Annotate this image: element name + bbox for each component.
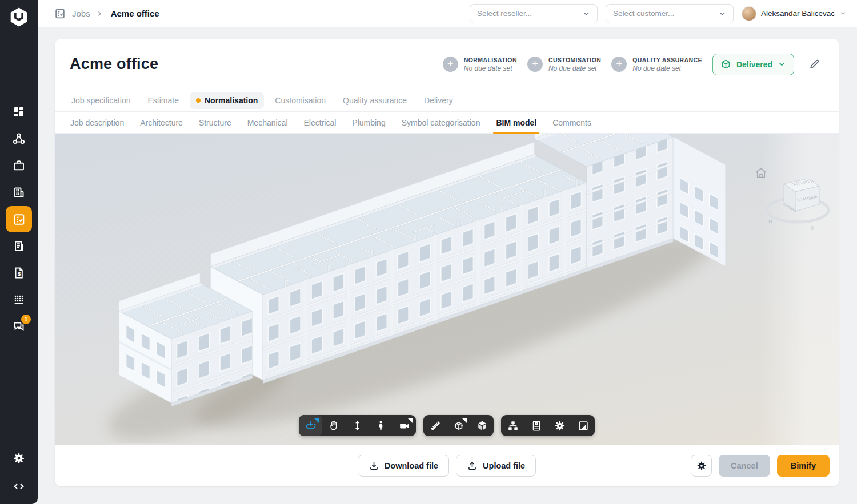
sidebar-item-developer[interactable] [6, 473, 32, 499]
sidebar: $ 1 [0, 0, 38, 504]
network-icon [12, 132, 26, 146]
sidebar-item-settings[interactable] [6, 445, 32, 471]
chevron-right-icon [96, 10, 103, 17]
subtab-mechanical[interactable]: Mechanical [242, 112, 293, 133]
bim-building-model [55, 134, 839, 443]
job-settings-button[interactable] [691, 455, 712, 477]
sidebar-item-network[interactable] [6, 126, 32, 152]
upload-icon [467, 461, 478, 471]
tab-normalisation[interactable]: Normalisation [190, 92, 264, 109]
user-menu[interactable]: Aleksandar Balicevac [742, 6, 847, 21]
svg-text:$: $ [17, 271, 21, 277]
section-tool[interactable] [447, 415, 470, 436]
upload-file-button[interactable]: Upload file [456, 455, 536, 477]
footer-actions: Cancel Bimify [536, 455, 830, 477]
gear-icon [554, 420, 566, 432]
breadcrumb-jobs[interactable]: Jobs [72, 9, 90, 18]
subtab-architecture[interactable]: Architecture [135, 112, 188, 133]
sidebar-item-dashboard[interactable] [6, 99, 32, 125]
grid-dots-icon [12, 293, 26, 307]
customer-placeholder: Select customer... [613, 9, 718, 18]
video-camera-icon [398, 420, 411, 432]
tab-customisation[interactable]: Customisation [269, 92, 332, 109]
chevron-down-icon [839, 10, 847, 17]
viewer-toolbar [299, 415, 595, 436]
milestone-customisation[interactable]: + CUSTOMISATION No due date set [527, 57, 601, 72]
cancel-button[interactable]: Cancel [719, 455, 770, 477]
orbit-icon [305, 420, 317, 432]
tab-estimate[interactable]: Estimate [142, 92, 185, 109]
download-file-button[interactable]: Download file [358, 455, 449, 477]
toolbar-panels-group [501, 415, 595, 436]
sidebar-item-messages[interactable]: 1 [6, 313, 32, 340]
dashboard-icon [12, 105, 26, 119]
customer-select[interactable]: Select customer... [606, 4, 734, 23]
milestone-label: NORMALISATION [464, 57, 517, 63]
subtab-electrical[interactable]: Electrical [299, 112, 342, 133]
measure-tool[interactable] [423, 415, 447, 436]
job-checklist-icon [12, 212, 26, 227]
sidebar-item-company[interactable] [6, 179, 32, 205]
jobs-checklist-icon [54, 7, 66, 20]
milestone-due: No due date set [548, 64, 601, 72]
chevron-down-icon [718, 10, 726, 18]
breadcrumb-current: Acme office [111, 9, 159, 18]
add-due-date-icon[interactable]: + [527, 57, 543, 72]
reseller-placeholder: Select reseller... [477, 9, 582, 18]
milestone-label: QUALITY ASSURANCE [632, 57, 702, 63]
orbit-tool[interactable] [299, 415, 322, 436]
tab-job-specification[interactable]: Job specification [65, 92, 137, 109]
subtab-structure[interactable]: Structure [194, 112, 237, 133]
sidebar-item-billing[interactable]: $ [6, 260, 32, 286]
fullscreen-icon [577, 420, 590, 432]
edit-job-button[interactable] [804, 55, 824, 74]
milestone-normalisation[interactable]: + NORMALISATION No due date set [443, 57, 517, 72]
subtab-symbol-categorisation[interactable]: Symbol categorisation [397, 112, 486, 133]
active-stage-dot [196, 98, 201, 103]
status-dropdown[interactable]: Delivered [712, 54, 794, 75]
view-cube[interactable]: N S OVANSIDAN VÄNSTER FRAMSIDA [762, 174, 834, 234]
sidebar-item-briefcase[interactable] [6, 152, 32, 179]
briefcase-icon [12, 159, 26, 172]
properties-tool[interactable] [524, 415, 548, 436]
reseller-select[interactable]: Select reseller... [470, 4, 598, 23]
model-tree-tool[interactable] [501, 415, 524, 436]
add-due-date-icon[interactable]: + [611, 57, 627, 72]
model-tree-icon [507, 420, 519, 432]
milestone-due: No due date set [464, 64, 517, 72]
zoom-tool[interactable] [346, 415, 369, 436]
pencil-icon [808, 59, 820, 70]
camera-tool[interactable] [393, 415, 416, 436]
topbar: Jobs Acme office Select reseller... Sele… [38, 0, 857, 27]
status-label: Delivered [736, 60, 772, 69]
milestone-due: No due date set [632, 64, 702, 72]
subtab-comments[interactable]: Comments [547, 112, 596, 133]
hexagon-logo-icon [9, 6, 29, 28]
sidebar-item-jobs[interactable] [6, 206, 32, 232]
explode-tool[interactable] [470, 415, 494, 436]
app-logo[interactable] [9, 6, 29, 30]
download-icon [369, 461, 379, 471]
avatar [742, 6, 756, 21]
tab-delivery[interactable]: Delivery [418, 92, 459, 109]
ruler-icon [429, 420, 442, 432]
bim-viewer-canvas[interactable]: N S OVANSIDAN VÄNSTER FRAMSIDA [55, 134, 839, 445]
fullscreen-tool[interactable] [571, 415, 595, 436]
tab-quality-assurance[interactable]: Quality assurance [337, 92, 413, 109]
sidebar-item-models[interactable] [6, 287, 32, 313]
viewer-settings-tool[interactable] [548, 415, 571, 436]
milestone-quality-assurance[interactable]: + QUALITY ASSURANCE No due date set [611, 57, 702, 72]
job-card: Acme office + NORMALISATION No due date … [55, 39, 839, 486]
subtab-bim-model[interactable]: BIM model [491, 112, 542, 133]
sidebar-item-orders[interactable] [6, 233, 32, 259]
pan-tool[interactable] [322, 415, 346, 436]
properties-panel-icon [530, 420, 543, 432]
bimify-button[interactable]: Bimify [777, 455, 830, 477]
subtab-plumbing[interactable]: Plumbing [347, 112, 390, 133]
invoice-dollar-icon: $ [12, 266, 26, 280]
compass-north-label: N [768, 219, 772, 225]
add-due-date-icon[interactable]: + [443, 57, 458, 72]
subtab-job-description[interactable]: Job description [65, 112, 129, 133]
walk-tool[interactable] [369, 415, 393, 436]
card-footer: Download file Upload file [55, 445, 839, 486]
